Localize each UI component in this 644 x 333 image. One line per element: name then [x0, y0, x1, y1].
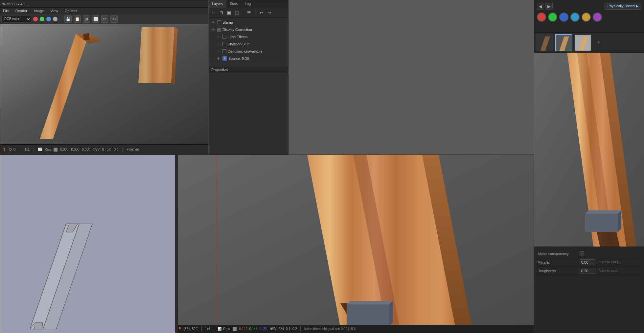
nav-forward-button[interactable]: ▶ [545, 3, 553, 10]
move-icon[interactable]: ↔ [210, 10, 217, 16]
check-display-correction[interactable] [217, 28, 221, 32]
transform-icon[interactable]: ⊞ [83, 15, 90, 23]
layer-denoiser-label: Denoiser: unavailable [228, 49, 263, 53]
layer-source-rgb-label: Source: RGB [228, 57, 250, 60]
list-icon[interactable]: ☰ [246, 10, 252, 16]
add-thumb-button[interactable]: + [593, 34, 603, 51]
layer-lens-effects[interactable]: 👁 Lens Effects [214, 33, 288, 40]
coords-icon: 📍 [2, 148, 6, 151]
undo-icon[interactable]: ↩ [258, 10, 264, 16]
layer-stamp[interactable]: 👁 Stamp [209, 19, 288, 26]
layers-list: 👁 Stamp 👁 Display Correction 👁 Lens Effe… [209, 17, 288, 63]
main-channel[interactable]: Raw [223, 327, 230, 331]
rgb-icon: R [222, 56, 227, 61]
extra2: 0.0 [107, 148, 111, 151]
prop-roughness-label: Roughness [538, 269, 577, 273]
layers-divider [209, 65, 288, 65]
extra1: 0 [102, 148, 104, 151]
prop-alpha-checkbox[interactable] [580, 251, 584, 256]
bottom-left-viewport[interactable] [0, 155, 175, 333]
composite-icon[interactable]: ⬚ [234, 10, 240, 16]
layer-sharpen-blur[interactable]: 👁 Sharpen/Blur [214, 40, 288, 48]
eye-sharpen-blur[interactable]: 👁 [216, 41, 221, 47]
tab-stats[interactable]: Stats [226, 0, 242, 8]
nav-back-button[interactable]: ◀ [537, 3, 544, 10]
tab-log[interactable]: Log [242, 0, 254, 8]
lens-icon[interactable]: ⟳ [101, 15, 108, 23]
swatch-blue[interactable] [559, 12, 568, 22]
properties-header: Properties [209, 66, 288, 73]
zoom-display[interactable]: 1x1 [24, 148, 30, 151]
main-channel-icon: 📊 [218, 327, 221, 331]
main-extra2: 0.1 [286, 327, 290, 331]
check-stamp[interactable] [217, 20, 221, 24]
thumbnail-row: + [534, 33, 644, 53]
layers-panel: Layers Stats Log ↔ ⊡ ▣ ⬚ ☰ ↩ ↪ 👁 Stamp 👁… [208, 0, 288, 155]
crop-icon[interactable]: ⬜ [92, 15, 99, 23]
saveas-icon[interactable]: 📋 [74, 15, 81, 23]
eye-lens-effects[interactable]: 👁 [216, 34, 221, 39]
layer-source-rgb[interactable]: 👁 R Source: RGB [214, 55, 288, 62]
prop-roughness: Roughness (click to assi... [538, 267, 641, 275]
dot-blue[interactable] [46, 17, 51, 21]
main-color-space[interactable]: HSV [270, 327, 277, 331]
val-g: 0.000 [71, 148, 79, 151]
val-r: 0.000 [60, 148, 68, 151]
svg-marker-31 [389, 301, 393, 326]
channel-mode[interactable]: Raw [44, 148, 51, 151]
dot-green[interactable] [40, 17, 44, 21]
sep-main1 [201, 326, 202, 332]
thumb-dark[interactable] [536, 34, 553, 51]
svg-rect-6 [0, 155, 175, 333]
check-denoiser[interactable] [222, 49, 226, 53]
menu-view[interactable]: View [49, 8, 59, 13]
nav-buttons: ◀ ▶ [537, 3, 553, 10]
thumb-active[interactable] [555, 34, 572, 51]
tab-layers[interactable]: Layers [209, 0, 226, 8]
prop-metallic-input[interactable] [580, 259, 596, 265]
menu-file[interactable]: File [2, 8, 10, 13]
check-sharpen-blur[interactable] [222, 42, 226, 46]
check-lens-effects[interactable] [222, 35, 226, 39]
layer-denoiser[interactable]: 👁 Denoiser: unavailable [214, 48, 288, 55]
save-icon[interactable]: 💾 [64, 15, 72, 23]
svg-marker-46 [618, 210, 621, 232]
physically-based-button[interactable]: Physically Based ▶ [605, 3, 641, 10]
menu-image[interactable]: Image [33, 8, 45, 13]
layers-tabs: Layers Stats Log [209, 0, 288, 8]
menu-options[interactable]: Options [63, 8, 79, 13]
prop-roughness-input[interactable] [580, 268, 596, 274]
settings-icon[interactable]: ⚙ [110, 15, 118, 23]
menu-render[interactable]: Render [14, 8, 29, 13]
color-mode-select[interactable]: RGB color [2, 16, 31, 22]
svg-rect-29 [347, 304, 389, 326]
swatch-yellow[interactable] [582, 12, 591, 22]
dot-white[interactable] [53, 17, 58, 21]
status-text: Finished [126, 148, 139, 151]
eye-stamp[interactable]: 👁 [211, 20, 216, 25]
swatch-green[interactable] [548, 12, 557, 22]
right-3d-view[interactable] [534, 53, 644, 247]
swatch-purple[interactable] [593, 12, 602, 22]
eye-denoiser[interactable]: 👁 [216, 49, 221, 54]
dot-red[interactable] [33, 17, 38, 21]
main-zoom[interactable]: 1x1 [205, 327, 210, 331]
select-icon[interactable]: ⊡ [218, 10, 224, 16]
main-val-b: 0.151 [260, 327, 268, 331]
extra3: 0.0 [114, 148, 119, 151]
viewport-divider [175, 155, 178, 333]
main-coords-icon: 📍 [178, 327, 182, 331]
color-space[interactable]: HSV [93, 148, 100, 151]
sep3 [122, 147, 123, 153]
eye-source-rgb[interactable]: 👁 [216, 56, 221, 61]
main-val-r: 0.142 [239, 327, 247, 331]
layer-display-correction[interactable]: 👁 Display Correction [209, 26, 288, 33]
mask-icon[interactable]: ▣ [226, 10, 232, 16]
main-3d-viewport[interactable]: 📍 [371, 522] 1x1 📊 Raw 0.142 0.144 0.151… [175, 155, 534, 333]
swatch-red[interactable] [537, 12, 546, 22]
swatch-cyan[interactable] [570, 12, 580, 22]
color-preview [54, 148, 58, 152]
eye-display-correction[interactable]: 👁 [211, 27, 216, 32]
thumb-light[interactable] [574, 34, 591, 51]
redo-icon[interactable]: ↪ [266, 10, 272, 16]
